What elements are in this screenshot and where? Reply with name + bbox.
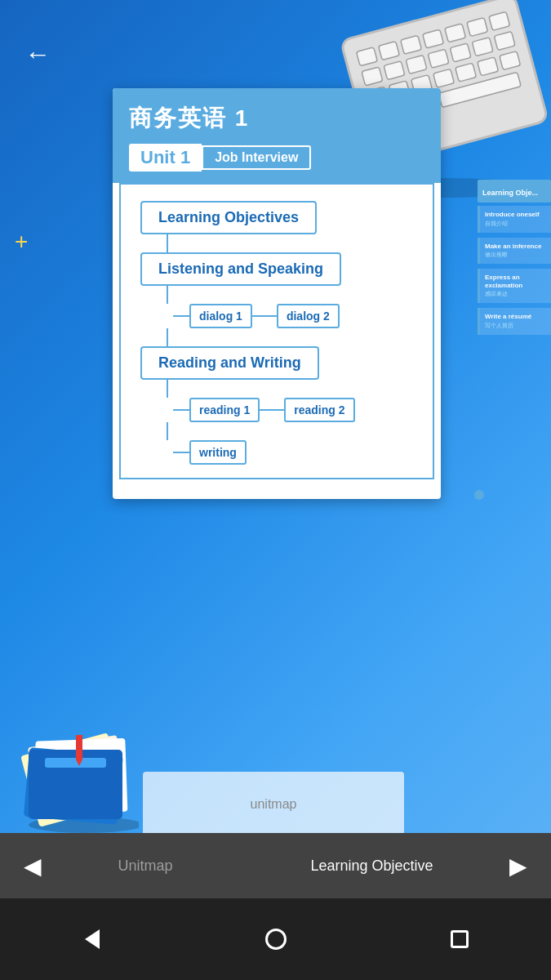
dialog-1-box[interactable]: dialog 1 xyxy=(189,304,252,328)
card-body: Learning Objectives Listening and Speaki… xyxy=(119,183,434,479)
svg-rect-34 xyxy=(76,735,82,760)
right-item-3-en: Write a résumé xyxy=(485,313,546,321)
unit-subtitle: Job Interview xyxy=(202,145,311,170)
tab-unitmap[interactable]: Unitmap xyxy=(104,851,185,881)
dialog-2-box[interactable]: dialog 2 xyxy=(277,304,340,328)
writing-row: writing xyxy=(173,440,247,465)
right-item-2-zh: 感叹表达 xyxy=(485,290,546,298)
dialog-row: dialog 1 dialog 2 xyxy=(173,304,340,328)
right-item-1[interactable]: Make an inference 做出推断 xyxy=(478,238,551,265)
right-item-3[interactable]: Write a résumé 写个人简历 xyxy=(478,308,551,335)
section-listening-speaking[interactable]: Listening and Speaking xyxy=(140,252,341,286)
home-circle-icon xyxy=(265,929,287,950)
hint-text: unitmap xyxy=(251,797,297,812)
writing-box[interactable]: writing xyxy=(189,440,247,465)
flow-diagram: Learning Objectives Listening and Speaki… xyxy=(140,201,413,465)
connector-line-4 xyxy=(167,380,168,398)
hint-card: unitmap xyxy=(143,772,404,837)
unit-row: Unit 1 Job Interview xyxy=(129,144,424,172)
svg-rect-33 xyxy=(45,758,106,768)
hline-dialog xyxy=(173,315,189,317)
connector-line-2 xyxy=(167,286,168,304)
recent-square-icon xyxy=(451,930,469,948)
nav-left-arrow[interactable]: ◀ xyxy=(16,853,49,880)
right-item-1-en: Make an inference xyxy=(485,243,546,251)
section-reading-writing[interactable]: Reading and Writing xyxy=(140,346,319,380)
unit-label: Unit 1 xyxy=(129,144,202,172)
card-title-chinese: 商务英语 1 xyxy=(129,103,424,134)
scroll-dot xyxy=(474,490,484,500)
connector-line-3 xyxy=(167,328,168,346)
section-learning-objectives[interactable]: Learning Objectives xyxy=(140,201,317,234)
tab-learning-objective[interactable]: Learning Objective xyxy=(297,851,446,881)
right-panel-header-text: Learning Obje... xyxy=(482,189,538,197)
android-home-button[interactable] xyxy=(258,921,294,957)
hline-reading xyxy=(173,409,189,411)
right-item-0-zh: 自我介绍 xyxy=(485,220,546,228)
android-back-button[interactable] xyxy=(74,921,110,957)
reading-1-box[interactable]: reading 1 xyxy=(189,398,260,422)
nav-right-arrow[interactable]: ▶ xyxy=(502,853,535,880)
card-header: 商务英语 1 Unit 1 Job Interview xyxy=(113,88,441,183)
connector-line-5 xyxy=(167,422,168,440)
right-panel-header: Learning Obje... xyxy=(478,180,551,203)
hline-writing xyxy=(173,452,189,453)
nav-tabs: Unitmap Learning Objective xyxy=(49,851,502,881)
reading-2-box[interactable]: reading 2 xyxy=(284,398,354,422)
right-item-1-zh: 做出推断 xyxy=(485,251,546,259)
android-nav-bar xyxy=(0,898,551,980)
connector-line-1 xyxy=(167,234,168,252)
bottom-nav-bar: ◀ Unitmap Learning Objective ▶ xyxy=(0,833,551,898)
right-item-2-en: Express an exclamation xyxy=(485,274,546,289)
reading-row: reading 1 reading 2 xyxy=(173,398,355,422)
back-button[interactable]: ← xyxy=(24,39,51,69)
connector-dialogs xyxy=(252,315,277,317)
main-card: 商务英语 1 Unit 1 Job Interview Learning Obj… xyxy=(113,88,441,499)
right-item-0[interactable]: Introduce oneself 自我介绍 xyxy=(478,206,551,233)
plus-icon: + xyxy=(15,229,28,255)
right-item-2[interactable]: Express an exclamation 感叹表达 xyxy=(478,269,551,303)
book-icon xyxy=(12,719,139,833)
android-recent-button[interactable] xyxy=(442,921,478,957)
connector-readings xyxy=(260,409,284,411)
right-panel: Learning Obje... Introduce oneself 自我介绍 … xyxy=(478,180,551,340)
right-item-0-en: Introduce oneself xyxy=(485,211,546,219)
right-item-3-zh: 写个人简历 xyxy=(485,322,546,330)
back-triangle-icon xyxy=(85,929,100,949)
